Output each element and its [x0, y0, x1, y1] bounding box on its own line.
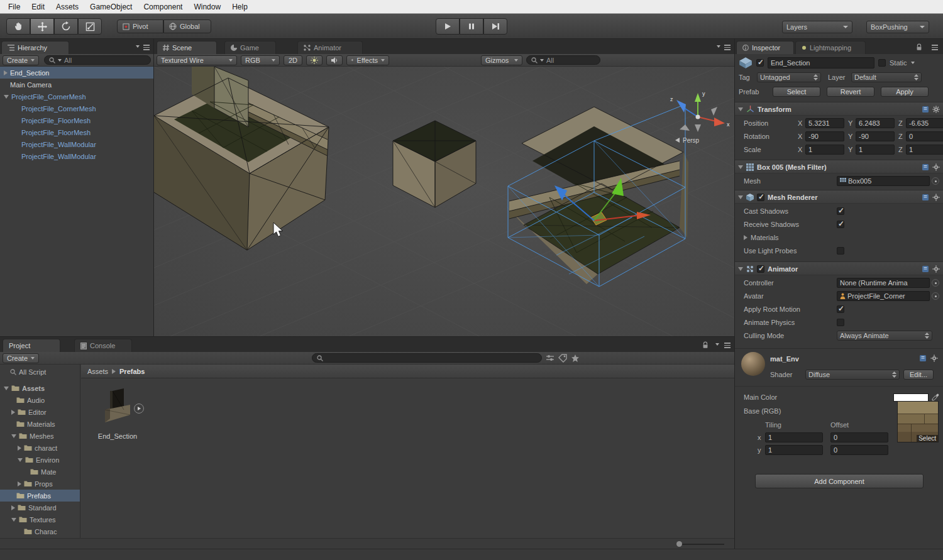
active-checkbox[interactable]: [756, 59, 764, 67]
tree-item-meshes[interactable]: Meshes: [0, 430, 80, 442]
controller-object-field[interactable]: None (Runtime Anima: [837, 278, 930, 288]
asset-thumbnail[interactable]: [97, 387, 138, 427]
shader-edit-button[interactable]: Edit...: [903, 370, 934, 380]
search-filter-icon[interactable]: [540, 59, 544, 62]
menu-edit[interactable]: Edit: [26, 3, 50, 11]
scene-viewport[interactable]: y x z Persp: [154, 67, 734, 336]
hierarchy-item-end-section[interactable]: End_Section: [0, 67, 153, 79]
prefab-expand-badge[interactable]: [134, 404, 144, 414]
menu-help[interactable]: Help: [226, 3, 253, 11]
project-create-button[interactable]: Create: [3, 353, 39, 363]
help-book-icon[interactable]: [922, 265, 929, 273]
object-picker-icon[interactable]: [932, 279, 939, 287]
foldout-arrow-icon[interactable]: [738, 165, 743, 169]
component-enabled-checkbox[interactable]: [757, 194, 764, 201]
panel-dropdown-icon[interactable]: [717, 45, 720, 48]
static-checkbox[interactable]: [878, 59, 886, 67]
texture-select-button[interactable]: Select: [917, 435, 938, 442]
help-book-icon[interactable]: [922, 106, 929, 113]
tree-item-props[interactable]: Props: [0, 478, 80, 490]
search-by-label-icon[interactable]: [558, 354, 567, 363]
favorites-search-item[interactable]: All Script: [0, 366, 80, 378]
expand-arrow-icon[interactable]: [18, 446, 21, 451]
materials-row[interactable]: Materials: [735, 231, 943, 244]
collapse-arrow-icon[interactable]: [4, 95, 9, 99]
hand-tool-button[interactable]: [6, 18, 30, 35]
collapse-arrow-icon[interactable]: [4, 387, 9, 390]
collapse-arrow-icon[interactable]: [11, 518, 16, 522]
tree-item-audio[interactable]: Audio: [0, 394, 80, 406]
add-component-button[interactable]: Add Component: [755, 474, 924, 488]
search-filter-icon[interactable]: [58, 59, 62, 62]
tree-item-environment[interactable]: Environ: [0, 454, 80, 466]
layer-dropdown[interactable]: Default: [851, 72, 922, 82]
menu-gameobject[interactable]: GameObject: [84, 3, 138, 11]
help-book-icon[interactable]: [922, 163, 929, 171]
tree-item-materials[interactable]: Materials: [0, 418, 80, 430]
main-color-swatch[interactable]: [893, 393, 929, 402]
menu-assets[interactable]: Assets: [50, 3, 84, 11]
base-texture-thumbnail[interactable]: Select: [897, 401, 939, 442]
hierarchy-item-cornermesh-parent[interactable]: ProjectFile_CornerMesh: [0, 91, 153, 102]
mesh-renderer-header[interactable]: Mesh Renderer: [735, 190, 943, 204]
foldout-arrow-icon[interactable]: [744, 235, 747, 240]
tree-item-standard[interactable]: Standard: [0, 502, 80, 513]
asset-label[interactable]: End_Section: [85, 432, 150, 440]
hierarchy-item-floormesh-2[interactable]: ProjectFile_FloorMesh: [0, 126, 153, 138]
panel-menu-icon[interactable]: [724, 341, 731, 349]
panel-menu-icon[interactable]: [143, 43, 150, 52]
hierarchy-item-wallmodular-1[interactable]: ProjectFile_WallModular: [0, 138, 153, 150]
tiling-x-field[interactable]: 1: [765, 432, 823, 442]
play-button[interactable]: [436, 18, 460, 35]
color-mode-dropdown[interactable]: RGB: [241, 55, 280, 65]
gizmos-dropdown[interactable]: Gizmos: [481, 55, 522, 65]
mesh-filter-header[interactable]: Box 005 (Mesh Filter): [735, 160, 943, 173]
object-picker-icon[interactable]: [932, 177, 939, 185]
lighting-toggle-button[interactable]: [306, 55, 323, 65]
component-enabled-checkbox[interactable]: [757, 265, 764, 273]
rotation-x-field[interactable]: -90: [805, 131, 844, 141]
offset-y-field[interactable]: 0: [830, 445, 888, 455]
lock-icon[interactable]: [702, 341, 709, 349]
draw-mode-dropdown[interactable]: Textured Wire: [157, 55, 237, 65]
tab-animator[interactable]: Animator: [297, 41, 363, 54]
tree-item-prefabs[interactable]: Prefabs: [0, 490, 80, 502]
layout-dropdown[interactable]: BoxPushing: [866, 21, 929, 33]
tab-hierarchy[interactable]: Hierarchy: [1, 41, 69, 54]
foldout-arrow-icon[interactable]: [738, 195, 743, 199]
panel-menu-icon[interactable]: [724, 43, 731, 52]
gear-icon[interactable]: [932, 106, 940, 113]
tab-inspector[interactable]: Inspector: [736, 41, 794, 54]
lock-icon[interactable]: [915, 43, 923, 51]
prefab-apply-button[interactable]: Apply: [881, 87, 929, 97]
collapse-arrow-icon[interactable]: [18, 458, 23, 462]
breadcrumb-root[interactable]: Assets: [87, 368, 108, 375]
position-y-field[interactable]: 6.2483: [856, 118, 895, 128]
tag-dropdown[interactable]: Untagged: [757, 72, 821, 82]
persp-label[interactable]: Persp: [683, 137, 700, 144]
tree-item-charac[interactable]: Charac: [0, 525, 80, 537]
gear-icon[interactable]: [932, 265, 940, 273]
tab-scene[interactable]: Scene: [157, 41, 217, 54]
prefab-revert-button[interactable]: Revert: [827, 87, 874, 97]
offset-x-field[interactable]: 0: [830, 432, 888, 442]
cast-shadows-checkbox[interactable]: [837, 207, 844, 215]
pause-button[interactable]: [460, 18, 483, 35]
hierarchy-item-cornermesh-child[interactable]: ProjectFile_CornerMesh: [0, 102, 153, 114]
search-by-type-icon[interactable]: [546, 354, 554, 363]
tree-item-editor[interactable]: Editor: [0, 406, 80, 418]
transform-header[interactable]: Transform: [735, 102, 943, 116]
move-tool-button[interactable]: [30, 18, 54, 35]
menu-file[interactable]: File: [3, 3, 26, 11]
apply-root-motion-checkbox[interactable]: [837, 305, 844, 313]
use-light-probes-checkbox[interactable]: [837, 247, 844, 255]
foldout-arrow-icon[interactable]: [738, 267, 743, 271]
expand-arrow-icon[interactable]: [4, 70, 8, 75]
step-button[interactable]: [483, 18, 507, 35]
help-book-icon[interactable]: [919, 354, 927, 362]
scene-search-input[interactable]: All: [526, 55, 600, 65]
tree-item-mate[interactable]: Mate: [0, 466, 80, 478]
foldout-arrow-icon[interactable]: [738, 107, 743, 111]
hierarchy-item-floormesh-1[interactable]: ProjectFile_FloorMesh: [0, 114, 153, 126]
thumbnail-size-slider-knob[interactable]: [676, 541, 682, 547]
